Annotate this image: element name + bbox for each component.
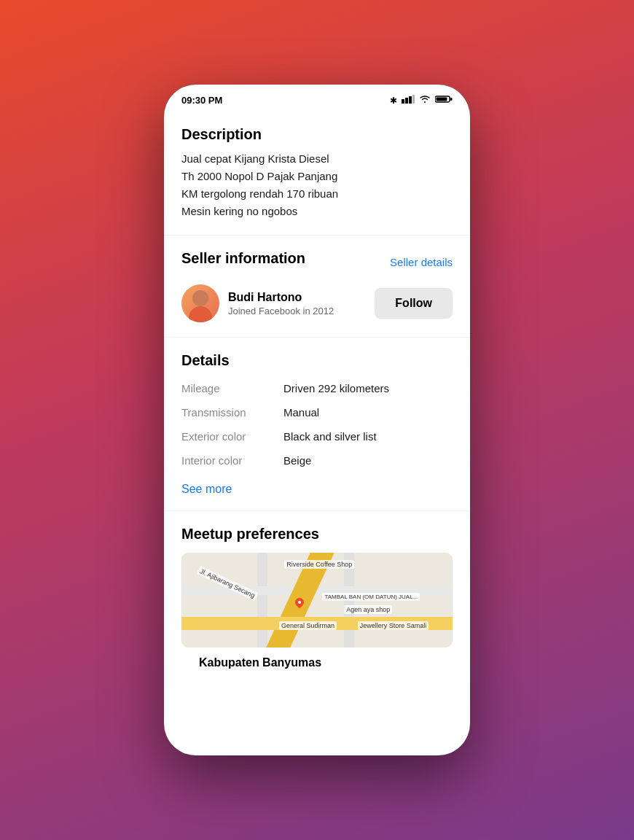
bluetooth-icon: ✱	[390, 96, 397, 106]
detail-row-interior: Interior color Beige	[181, 448, 453, 472]
detail-row-exterior: Exterior color Black and silver list	[181, 424, 453, 448]
meetup-title: Meetup preferences	[181, 526, 453, 542]
detail-label-interior: Interior color	[181, 454, 283, 467]
detail-value-transmission: Manual	[283, 406, 319, 419]
details-table: Mileage Driven 292 kilometers Transmissi…	[181, 376, 453, 472]
svg-rect-6	[437, 98, 447, 101]
map-background: Jl. Ajibarang Secang Riverside Coffee Sh…	[181, 553, 453, 648]
phone-frame: 09:30 PM ✱ Description Jual cepat Kijang…	[164, 85, 470, 755]
detail-row-transmission: Transmission Manual	[181, 400, 453, 424]
location-name: Kabupaten Banyumas	[181, 648, 453, 669]
road-vertical-1	[257, 553, 267, 648]
avatar-figure	[189, 290, 212, 322]
map-label-general: General Sudirman	[279, 621, 337, 630]
map-container[interactable]: Jl. Ajibarang Secang Riverside Coffee Sh…	[181, 553, 453, 648]
desc-line-4: Mesin kering no ngobos	[181, 205, 297, 217]
map-label-tambal: TAMBAL BAN (OM DATUN) JUAL...	[322, 593, 420, 601]
seller-joined: Joined Facebook in 2012	[228, 306, 366, 316]
desc-line-2: Th 2000 Nopol D Pajak Panjang	[181, 170, 337, 182]
seller-section-title: Seller information	[181, 250, 305, 267]
follow-button[interactable]: Follow	[375, 288, 453, 319]
desc-line-3: KM tergolong rendah 170 ribuan	[181, 187, 338, 200]
detail-row-mileage: Mileage Driven 292 kilometers	[181, 376, 453, 400]
details-title: Details	[181, 352, 453, 369]
avatar	[181, 284, 219, 322]
seller-name: Budi Hartono	[228, 291, 366, 304]
detail-value-interior: Beige	[283, 454, 311, 467]
status-time: 09:30 PM	[181, 95, 222, 106]
main-content: Description Jual cepat Kijang Krista Die…	[164, 112, 470, 755]
battery-icon	[435, 95, 453, 106]
seller-text: Budi Hartono Joined Facebook in 2012	[228, 291, 366, 316]
description-title: Description	[181, 126, 453, 143]
svg-rect-0	[402, 99, 404, 104]
svg-rect-2	[409, 96, 412, 104]
seller-section: Seller information Seller details Budi H…	[164, 236, 470, 338]
detail-label-exterior: Exterior color	[181, 430, 283, 443]
map-label-agen: Agen aya shop	[344, 605, 392, 614]
avatar-head	[192, 290, 208, 306]
map-pin	[295, 598, 304, 610]
map-label-road1: Jl. Ajibarang Secang	[196, 566, 258, 601]
svg-rect-5	[450, 98, 453, 101]
status-icons: ✱	[390, 95, 453, 106]
desc-line-1: Jual cepat Kijang Krista Diesel	[181, 152, 329, 165]
details-section: Details Mileage Driven 292 kilometers Tr…	[164, 338, 470, 511]
avatar-body	[189, 306, 212, 322]
detail-value-exterior: Black and silver list	[283, 430, 377, 443]
detail-label-mileage: Mileage	[181, 382, 283, 394]
seller-info-row: Budi Hartono Joined Facebook in 2012 Fol…	[181, 284, 453, 322]
map-label-riverside: Riverside Coffee Shop	[284, 560, 354, 569]
see-more-button[interactable]: See more	[181, 483, 232, 496]
description-section: Description Jual cepat Kijang Krista Die…	[164, 112, 470, 236]
seller-header: Seller information Seller details	[181, 250, 453, 274]
seller-details-link[interactable]: Seller details	[390, 256, 453, 268]
status-bar: 09:30 PM ✱	[164, 85, 470, 112]
detail-label-transmission: Transmission	[181, 406, 283, 419]
svg-rect-1	[405, 98, 408, 104]
detail-value-mileage: Driven 292 kilometers	[283, 382, 389, 394]
signal-icon	[402, 95, 415, 106]
wifi-icon	[419, 95, 431, 106]
meetup-section: Meetup preferences Jl. Ajibarang Secang …	[164, 511, 470, 669]
description-text: Jual cepat Kijang Krista Diesel Th 2000 …	[181, 150, 453, 220]
map-label-jewellery: Jewellery Store Samali	[358, 621, 429, 630]
svg-rect-3	[412, 95, 415, 104]
